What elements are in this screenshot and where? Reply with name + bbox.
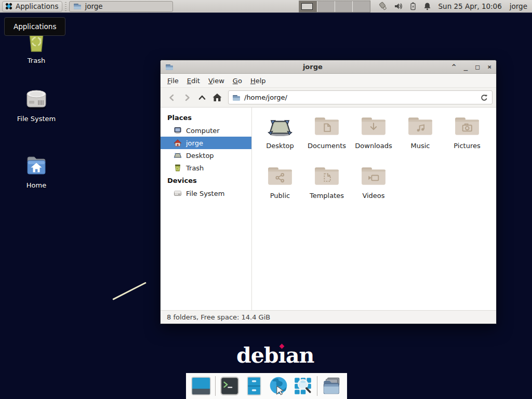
clock[interactable]: Sun 25 Apr, 10:06 bbox=[438, 2, 502, 10]
window-title: jorge bbox=[174, 63, 452, 71]
sidebar-item-label: jorge bbox=[186, 139, 203, 147]
up-arrow-icon bbox=[197, 93, 207, 102]
computer-icon bbox=[174, 126, 182, 135]
battery-icon[interactable] bbox=[409, 2, 417, 11]
folder-label: Documents bbox=[308, 142, 346, 150]
documents-folder-icon bbox=[314, 115, 340, 137]
debian-logo-text: an bbox=[286, 343, 314, 368]
menu-help[interactable]: Help bbox=[246, 75, 270, 87]
folder-item-public[interactable]: Public bbox=[257, 165, 303, 215]
menu-view[interactable]: View bbox=[204, 75, 229, 87]
templates-folder-icon bbox=[314, 165, 340, 187]
sidebar-item-jorge[interactable]: jorge bbox=[161, 137, 251, 149]
sidebar-item-label: Trash bbox=[186, 164, 204, 172]
minimize-button[interactable]: _ bbox=[464, 63, 468, 70]
dock-separator bbox=[215, 376, 216, 396]
menu-edit[interactable]: Edit bbox=[183, 75, 204, 87]
app-finder-icon bbox=[292, 376, 313, 396]
folder-label: Pictures bbox=[454, 142, 480, 150]
sidebar-item-label: Computer bbox=[186, 127, 220, 135]
folder-item-videos[interactable]: Videos bbox=[350, 165, 397, 215]
folder-item-downloads[interactable]: Downloads bbox=[350, 115, 397, 165]
sidebar-item-desktop[interactable]: Desktop bbox=[161, 149, 251, 162]
dock-terminal-button[interactable] bbox=[219, 376, 240, 396]
forward-button[interactable] bbox=[179, 90, 194, 105]
path-bar[interactable]: /home/jorge/ bbox=[228, 90, 493, 104]
debian-logo-text: deb bbox=[236, 343, 278, 368]
folder-item-pictures[interactable]: Pictures bbox=[444, 115, 490, 165]
xfce-logo-icon bbox=[5, 2, 13, 10]
music-folder-icon bbox=[407, 115, 433, 137]
sidebar: Places Computer jorge bbox=[161, 108, 252, 310]
sidebar-item-trash[interactable]: Trash bbox=[161, 162, 251, 174]
panel-handle[interactable] bbox=[64, 2, 68, 11]
file-grid: Desktop Documents Downloads bbox=[252, 108, 496, 310]
menu-go[interactable]: Go bbox=[229, 75, 246, 87]
globe-browser-icon bbox=[268, 376, 289, 396]
window-body: Places Computer jorge bbox=[161, 108, 496, 310]
folder-stack-icon bbox=[321, 376, 342, 396]
workspace-1[interactable] bbox=[299, 1, 317, 12]
statusbar-text: 8 folders, Free space: 14.4 GiB bbox=[167, 313, 270, 321]
folder-item-music[interactable]: Music bbox=[397, 115, 444, 165]
folder-label: Videos bbox=[362, 192, 384, 200]
shade-button[interactable]: ^ bbox=[452, 63, 456, 70]
terminal-icon bbox=[219, 376, 240, 396]
debian-logo: debıan bbox=[236, 343, 314, 368]
top-panel: Applications jorge bbox=[0, 0, 532, 13]
path-text[interactable]: /home/jorge/ bbox=[244, 94, 476, 101]
applications-menu-label: Applications bbox=[16, 2, 58, 10]
workspace-2[interactable] bbox=[317, 1, 335, 12]
dock-show-desktop-button[interactable] bbox=[191, 376, 211, 396]
applications-menu-button[interactable]: Applications bbox=[2, 1, 62, 12]
folder-item-documents[interactable]: Documents bbox=[303, 115, 350, 165]
window-controls: ^ _ □ × bbox=[452, 63, 491, 70]
notification-bell-icon[interactable] bbox=[423, 2, 432, 11]
input-device-icon[interactable] bbox=[378, 2, 388, 11]
sidebar-item-computer[interactable]: Computer bbox=[161, 124, 251, 137]
toolbar: /home/jorge/ bbox=[161, 87, 496, 108]
dock-file-manager-button[interactable] bbox=[244, 376, 264, 396]
workspace-4[interactable] bbox=[352, 1, 370, 12]
taskbar-window-button[interactable]: jorge bbox=[69, 1, 173, 12]
titlebar[interactable]: jorge ^ _ □ × bbox=[161, 60, 496, 74]
sidebar-item-filesystem[interactable]: File System bbox=[161, 187, 251, 200]
path-folder-icon bbox=[232, 94, 241, 102]
workspace-3[interactable] bbox=[335, 1, 352, 12]
downloads-folder-icon bbox=[361, 115, 387, 137]
volume-icon[interactable] bbox=[394, 2, 403, 11]
folder-label: Music bbox=[411, 142, 430, 150]
public-folder-icon bbox=[267, 165, 293, 187]
back-button[interactable] bbox=[164, 90, 179, 105]
harddrive-icon bbox=[24, 85, 49, 111]
folder-icon bbox=[73, 2, 82, 10]
desktop-icon-filesystem[interactable]: File System bbox=[5, 85, 68, 123]
show-desktop-icon bbox=[191, 376, 211, 396]
folder-label: Public bbox=[270, 192, 290, 200]
maximize-button[interactable]: □ bbox=[475, 63, 480, 70]
user-menu[interactable]: jorge bbox=[510, 2, 527, 10]
folder-item-desktop[interactable]: Desktop bbox=[257, 115, 303, 165]
applications-tooltip: Applications bbox=[4, 17, 65, 36]
dock-folder-button[interactable] bbox=[321, 376, 342, 396]
dock-web-browser-button[interactable] bbox=[268, 376, 289, 396]
close-button[interactable]: × bbox=[487, 63, 491, 70]
pictures-folder-icon bbox=[454, 115, 480, 137]
folder-item-templates[interactable]: Templates bbox=[303, 165, 350, 215]
statusbar: 8 folders, Free space: 14.4 GiB bbox=[161, 310, 496, 324]
workspace-switcher[interactable] bbox=[299, 1, 370, 12]
up-button[interactable] bbox=[194, 90, 209, 105]
harddrive-icon bbox=[174, 189, 182, 197]
home-button[interactable] bbox=[209, 90, 224, 105]
sidebar-places-header: Places bbox=[161, 111, 251, 124]
taskbar-window-label: jorge bbox=[85, 2, 102, 10]
forward-arrow-icon bbox=[182, 93, 192, 102]
menu-file[interactable]: File bbox=[163, 75, 183, 87]
trash-icon bbox=[174, 164, 182, 172]
desktop-icon-home[interactable]: Home bbox=[5, 153, 68, 189]
workspace-window-thumb bbox=[301, 3, 313, 10]
reload-icon[interactable] bbox=[480, 94, 488, 102]
back-arrow-icon bbox=[167, 93, 177, 102]
dock-app-finder-button[interactable] bbox=[292, 376, 313, 396]
file-manager-window: jorge ^ _ □ × File Edit View Go Help bbox=[160, 60, 497, 324]
